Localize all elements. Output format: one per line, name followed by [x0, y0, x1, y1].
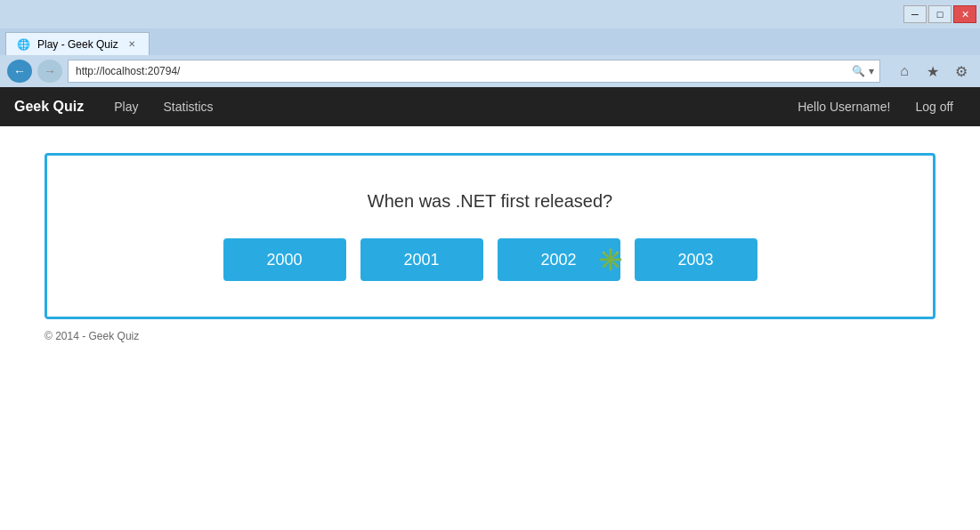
- hello-user: Hello Username!: [785, 87, 903, 126]
- logoff-link[interactable]: Log off: [903, 87, 966, 126]
- question-text: When was .NET first released?: [368, 191, 612, 212]
- address-input-container[interactable]: http://localhost:20794/ 🔍 ▾: [68, 60, 880, 83]
- footer-text: © 2014 - Geek Quiz: [45, 330, 139, 342]
- forward-button[interactable]: →: [37, 60, 62, 83]
- navbar: Geek Quiz Play Statistics Hello Username…: [0, 87, 980, 126]
- tab-bar: 🌐 Play - Geek Quiz ✕: [0, 28, 980, 55]
- tab-favicon: 🌐: [17, 38, 30, 51]
- nav-statistics[interactable]: Statistics: [150, 87, 225, 126]
- search-icon[interactable]: 🔍: [852, 65, 865, 77]
- answer-2001[interactable]: 2001: [360, 238, 483, 281]
- address-icons: 🔍 ▾: [852, 65, 874, 77]
- home-icon[interactable]: ⌂: [893, 60, 916, 83]
- tab-close-button[interactable]: ✕: [126, 38, 138, 51]
- page-content: Geek Quiz Play Statistics Hello Username…: [0, 87, 980, 530]
- refresh-icon[interactable]: ▾: [869, 65, 874, 77]
- address-text: http://localhost:20794/: [76, 65, 180, 77]
- close-button[interactable]: ✕: [953, 5, 976, 23]
- answer-2002[interactable]: 2002 ✳️: [498, 238, 620, 281]
- tab-title: Play - Geek Quiz: [37, 38, 118, 51]
- quiz-box: When was .NET first released? 2000 2001 …: [45, 153, 935, 319]
- favorites-icon[interactable]: ★: [921, 60, 944, 83]
- title-bar: ─ □ ✕: [0, 0, 980, 28]
- answers-row: 2000 2001 2002 ✳️ 2003: [223, 238, 757, 281]
- nav-right: Hello Username! Log off: [785, 87, 966, 126]
- brand: Geek Quiz: [14, 99, 84, 115]
- main-content: When was .NET first released? 2000 2001 …: [0, 126, 980, 530]
- window-controls: ─ □ ✕: [903, 5, 976, 23]
- address-bar: ← → http://localhost:20794/ 🔍 ▾ ⌂ ★ ⚙: [0, 55, 980, 87]
- settings-icon[interactable]: ⚙: [950, 60, 973, 83]
- maximize-button[interactable]: □: [928, 5, 952, 23]
- click-burst-icon: ✳️: [597, 247, 624, 272]
- answer-2003[interactable]: 2003: [635, 238, 757, 281]
- nav-play[interactable]: Play: [101, 87, 150, 126]
- footer: © 2014 - Geek Quiz: [45, 319, 935, 342]
- browser-toolbar: ⌂ ★ ⚙: [893, 60, 973, 83]
- answer-2002-label: 2002: [540, 251, 576, 269]
- back-button[interactable]: ←: [7, 60, 32, 83]
- minimize-button[interactable]: ─: [903, 5, 927, 23]
- browser-window: ─ □ ✕ 🌐 Play - Geek Quiz ✕ ← → http://lo…: [0, 0, 980, 530]
- active-tab[interactable]: 🌐 Play - Geek Quiz ✕: [5, 32, 150, 55]
- answer-2000[interactable]: 2000: [223, 238, 346, 281]
